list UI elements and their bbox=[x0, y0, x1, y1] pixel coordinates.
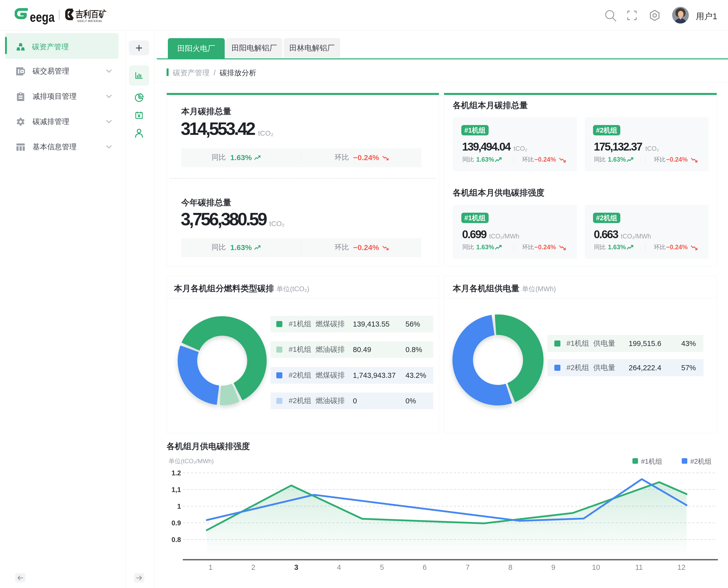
svg-text:0.8: 0.8 bbox=[171, 536, 181, 544]
svg-text:8: 8 bbox=[508, 563, 512, 571]
svg-text:10: 10 bbox=[592, 563, 600, 571]
svg-text:7: 7 bbox=[466, 563, 470, 571]
svg-text:eega: eega bbox=[30, 9, 55, 24]
svg-text:12: 12 bbox=[678, 563, 686, 571]
svg-text:#2机组: #2机组 bbox=[690, 458, 712, 465]
svg-text:3: 3 bbox=[294, 563, 298, 571]
svg-text:0.9: 0.9 bbox=[171, 519, 181, 527]
svg-text:11: 11 bbox=[635, 563, 643, 571]
svg-text:5: 5 bbox=[380, 563, 384, 571]
svg-text:4: 4 bbox=[337, 563, 341, 571]
svg-text:9: 9 bbox=[551, 563, 555, 571]
svg-text:1,1: 1,1 bbox=[171, 486, 181, 493]
svg-text:1: 1 bbox=[208, 563, 213, 571]
svg-text:2: 2 bbox=[251, 563, 255, 571]
svg-text:6: 6 bbox=[423, 563, 427, 571]
svg-text:1.2: 1.2 bbox=[171, 469, 181, 477]
svg-text:1: 1 bbox=[177, 503, 181, 510]
svg-text:#1机组: #1机组 bbox=[641, 458, 662, 465]
